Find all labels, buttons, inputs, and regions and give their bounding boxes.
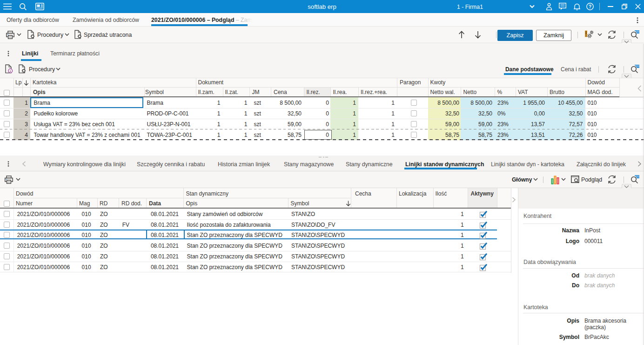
svg-text:?: ? bbox=[589, 4, 591, 9]
